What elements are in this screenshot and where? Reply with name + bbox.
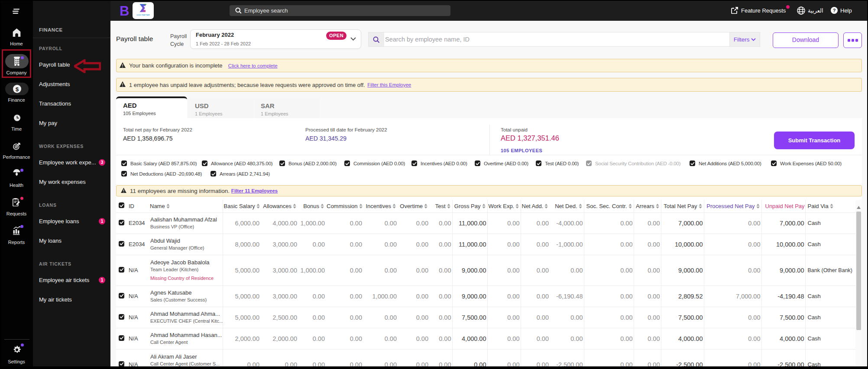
svg-text:$: $ [15, 86, 19, 92]
svg-text:?: ? [833, 8, 836, 13]
